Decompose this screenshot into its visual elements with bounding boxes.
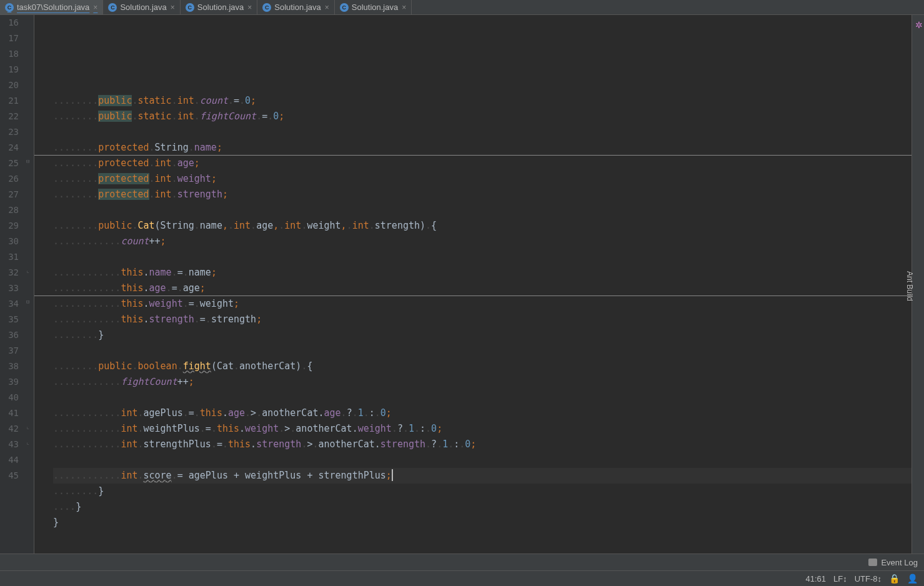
code-editor[interactable]: ........public.static.int.count.=.0;....…: [34, 15, 915, 554]
line-number: 30: [0, 234, 19, 249]
tab-label: Solution.java: [274, 2, 320, 12]
event-log-icon: [868, 559, 877, 566]
line-number: 17: [0, 31, 19, 46]
java-class-icon: C: [108, 3, 117, 12]
java-class-icon: C: [186, 3, 194, 12]
line-number: 27: [0, 187, 19, 202]
fold-minus-icon[interactable]: ⊟: [26, 158, 32, 164]
line-number: 42: [0, 421, 19, 437]
code-line[interactable]: ........protected.String.name;: [53, 140, 915, 156]
code-line[interactable]: ............int.strengthPlus.=.this.stre…: [53, 437, 915, 452]
line-number: 28: [0, 202, 19, 218]
tab-3[interactable]: C Solution.java ×: [257, 0, 334, 14]
right-toolwindow-bar: ✲ Ant Build: [912, 15, 924, 554]
line-number: 34: [0, 296, 19, 312]
code-line[interactable]: ........public.boolean.fight(Cat.another…: [53, 359, 915, 374]
line-number: 40: [0, 390, 19, 405]
event-log-button[interactable]: Event Log: [881, 558, 918, 567]
line-number: 22: [0, 109, 19, 124]
line-number: 43: [0, 437, 19, 452]
line-number: 19: [0, 62, 19, 77]
code-line[interactable]: ........}: [53, 327, 915, 343]
close-icon[interactable]: ×: [402, 3, 406, 12]
tab-label: Solution.java: [352, 2, 398, 12]
code-line[interactable]: ............int.score.= agePlus + weight…: [53, 468, 915, 484]
close-icon[interactable]: ×: [93, 3, 97, 12]
tab-2[interactable]: C Solution.java ×: [181, 0, 257, 14]
line-number: 38: [0, 359, 19, 374]
close-icon[interactable]: ×: [247, 3, 252, 12]
line-number: 45: [0, 468, 19, 484]
code-line[interactable]: [53, 452, 915, 468]
ant-icon: ✲: [914, 20, 924, 30]
line-number: 44: [0, 452, 19, 468]
tab-label: Solution.java: [120, 2, 166, 12]
statusbar-lower: 41:61 LF↕ UTF-8↕ 🔒 👤: [0, 570, 924, 586]
fold-gutter[interactable]: ⊟ ⌞ ⊟ ⌞ ⌞: [25, 15, 34, 554]
editor-tabs: C task07\Solution.java × C Solution.java…: [0, 0, 924, 15]
java-class-icon: C: [5, 3, 14, 12]
lock-icon[interactable]: 🔒: [889, 574, 900, 584]
code-line[interactable]: [53, 77, 915, 93]
code-line[interactable]: ............this.weight.=.weight;: [53, 296, 915, 312]
line-number: 29: [0, 218, 19, 234]
ant-build-button[interactable]: Ant Build: [905, 271, 914, 301]
code-line[interactable]: ............int.agePlus.=.this.age.>.ano…: [53, 405, 915, 421]
line-number: 35: [0, 312, 19, 327]
line-number: 26: [0, 171, 19, 187]
line-number: 39: [0, 374, 19, 390]
code-line[interactable]: ........public.Cat(String.name,.int.age,…: [53, 218, 915, 234]
java-class-icon: C: [262, 3, 271, 12]
tab-label: task07\Solution.java: [17, 2, 89, 12]
line-separator[interactable]: LF↕: [833, 574, 847, 584]
code-line[interactable]: ........public.static.int.count.=.0;: [53, 93, 915, 109]
code-line[interactable]: ........protected.int.strength;: [53, 187, 915, 202]
line-number: 37: [0, 343, 19, 359]
java-class-icon: C: [340, 3, 349, 12]
fold-end-icon[interactable]: ⌞: [26, 439, 32, 445]
close-icon[interactable]: ×: [171, 3, 175, 12]
code-line[interactable]: ....}: [53, 499, 915, 515]
line-number-gutter[interactable]: 1617181920212223242526272829303132333435…: [0, 15, 25, 554]
line-number: 41: [0, 405, 19, 421]
code-line[interactable]: [53, 390, 915, 405]
code-line[interactable]: ............count++;: [53, 234, 915, 249]
line-number: 25: [0, 156, 19, 171]
tab-1[interactable]: C Solution.java ×: [103, 0, 180, 14]
line-number: 31: [0, 249, 19, 265]
caret-position[interactable]: 41:61: [805, 574, 826, 584]
code-line[interactable]: ............this.name.=.name;: [53, 265, 915, 281]
code-line[interactable]: [53, 530, 915, 546]
line-number: 32: [0, 265, 19, 281]
fold-end-icon[interactable]: ⌞: [26, 267, 32, 274]
line-number: 24: [0, 140, 19, 156]
line-number: 23: [0, 124, 19, 140]
code-line[interactable]: [53, 249, 915, 265]
line-number: 16: [0, 15, 19, 31]
fold-minus-icon[interactable]: ⊟: [26, 299, 32, 305]
code-line[interactable]: ........}: [53, 484, 915, 499]
tab-0[interactable]: C task07\Solution.java ×: [0, 0, 103, 14]
line-number: 33: [0, 281, 19, 296]
tab-4[interactable]: C Solution.java ×: [335, 0, 412, 14]
close-icon[interactable]: ×: [325, 3, 329, 12]
code-line[interactable]: }: [53, 515, 915, 530]
code-line[interactable]: [53, 202, 915, 218]
statusbar-upper: Event Log: [0, 554, 924, 570]
line-number: 18: [0, 46, 19, 62]
code-line[interactable]: ........public.static.int.fightCount.=.0…: [53, 109, 915, 124]
code-line[interactable]: ........protected.int.age;: [53, 156, 915, 171]
code-line[interactable]: ............int.weightPlus.=.this.weight…: [53, 421, 915, 437]
file-encoding[interactable]: UTF-8↕: [855, 574, 882, 584]
code-line[interactable]: ............fightCount++;: [53, 374, 915, 390]
line-number: 36: [0, 327, 19, 343]
code-line[interactable]: ............this.strength.=.strength;: [53, 312, 915, 327]
code-line[interactable]: [53, 343, 915, 359]
code-line[interactable]: ........protected.int.weight;: [53, 171, 915, 187]
code-line[interactable]: [53, 124, 915, 140]
tab-label: Solution.java: [197, 2, 244, 12]
code-line[interactable]: ............this.age.=.age;: [53, 281, 915, 296]
fold-end-icon[interactable]: ⌞: [26, 424, 32, 430]
hector-icon[interactable]: 👤: [907, 574, 918, 584]
editor-area: 1617181920212223242526272829303132333435…: [0, 15, 924, 554]
